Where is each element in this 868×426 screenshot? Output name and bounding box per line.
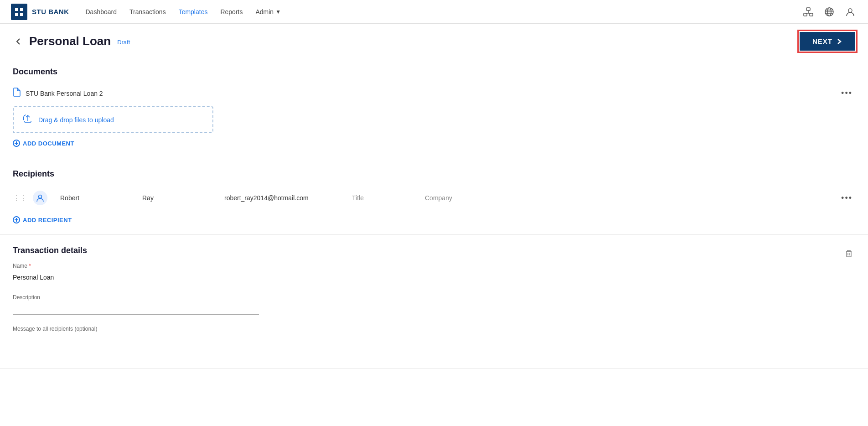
drag-handle-icon[interactable]: ⋮⋮ [13,194,27,203]
documents-section: Documents STU Bank Personal Loan 2 ••• [0,56,868,158]
globe-icon-button[interactable] [822,5,836,19]
nav-reports[interactable]: Reports [220,6,243,17]
nav-admin[interactable]: Admin ▼ [255,6,281,17]
page-container: Personal Loan Draft NEXT Documents [0,24,868,426]
recipient-company: Company [421,194,494,202]
document-more-button[interactable]: ••• [838,88,855,99]
nav-actions [801,5,857,19]
nav-transactions[interactable]: Transactions [129,6,166,17]
document-row: STU Bank Personal Loan 2 ••• [13,84,855,103]
page-header: Personal Loan Draft NEXT [0,24,868,56]
message-label: Message to all recipients (optional) [13,326,855,332]
recipient-row: ⋮⋮ Robert Ray robert_ray2014@hotmail.com… [13,186,855,210]
recipient-more-button[interactable]: ••• [838,192,855,204]
next-button-wrapper: NEXT [800,32,855,51]
svg-rect-1 [20,8,23,11]
svg-point-15 [848,9,852,12]
brand-icon [11,4,27,20]
nav-dashboard[interactable]: Dashboard [86,6,117,17]
name-required: * [27,263,31,269]
description-field: Description [13,294,855,315]
recipient-first-name: Robert [57,194,139,202]
recipient-email: robert_ray2014@hotmail.com [221,194,348,202]
transaction-details-section: Transaction details Name * Description [0,235,868,369]
dropzone[interactable]: Drag & drop files to upload [13,106,213,133]
user-profile-button[interactable] [843,5,857,19]
transaction-details-title: Transaction details [13,246,87,255]
name-input[interactable] [13,271,213,283]
message-input[interactable] [13,334,213,346]
description-label: Description [13,294,855,301]
back-button[interactable] [13,36,25,47]
recipient-fields: Robert Ray robert_ray2014@hotmail.com Ti… [57,194,838,202]
file-icon [13,88,21,99]
upload-icon [23,114,33,126]
description-input[interactable] [13,302,259,315]
delete-transaction-button[interactable] [842,247,855,262]
documents-section-title: Documents [13,67,855,77]
next-button[interactable]: NEXT [800,32,855,51]
dropzone-text: Drag & drop files to upload [38,116,114,124]
name-label: Name * [13,263,855,269]
recipient-avatar [33,191,47,205]
message-field: Message to all recipients (optional) [13,326,855,346]
svg-rect-0 [15,8,18,11]
add-document-button[interactable]: ADD DOCUMENT [13,140,74,147]
navbar: STU BANK Dashboard Transactions Template… [0,0,868,24]
document-name: STU Bank Personal Loan 2 [26,90,103,97]
svg-rect-5 [804,13,807,16]
document-info: STU Bank Personal Loan 2 [13,88,103,99]
nav-templates[interactable]: Templates [179,6,208,17]
svg-rect-24 [847,251,851,257]
add-recipient-label: ADD RECIPIENT [23,217,72,223]
brand-name: STU BANK [32,8,69,16]
add-document-label: ADD DOCUMENT [23,140,74,147]
network-icon-button[interactable] [801,5,815,19]
add-recipient-button[interactable]: ADD RECIPIENT [13,216,72,223]
svg-rect-3 [20,13,23,16]
admin-chevron-icon: ▼ [275,9,281,15]
svg-rect-2 [15,13,18,16]
recipients-section-title: Recipients [13,169,855,179]
recipient-last-name: Ray [139,194,221,202]
transaction-details-header: Transaction details [13,246,855,263]
page-title: Personal Loan [29,34,111,48]
nav-links: Dashboard Transactions Templates Reports… [86,6,802,17]
draft-badge: Draft [117,39,130,46]
svg-point-20 [39,195,42,198]
name-field: Name * [13,263,855,283]
svg-rect-6 [810,13,813,16]
svg-rect-4 [806,8,810,10]
recipient-title: Title [348,194,421,202]
brand: STU BANK [11,4,69,20]
recipients-section: Recipients ⋮⋮ Robert Ray robert_ray2014@… [0,158,868,235]
